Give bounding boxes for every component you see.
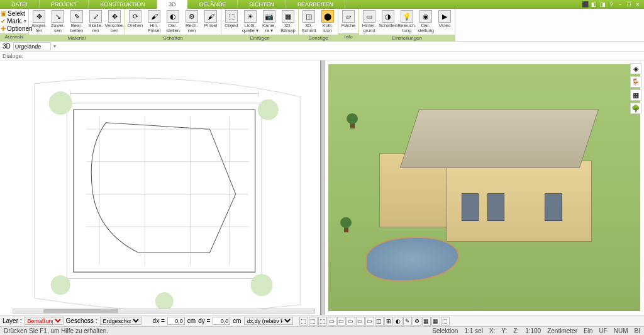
- tool-icon[interactable]: ▭: [356, 317, 365, 326]
- terrain-select[interactable]: [13, 42, 51, 50]
- maximize-icon[interactable]: □: [625, 1, 633, 8]
- dy-input[interactable]: [213, 317, 230, 325]
- ribbon-btn[interactable]: ⬚Objekt: [222, 9, 241, 29]
- 3d-pane[interactable]: ◈ 🪑 ▦ 🌳: [325, 60, 645, 315]
- status-ratio: 1:1 sel: [464, 327, 482, 334]
- plan-pane[interactable]: [0, 60, 321, 315]
- ribbon-btn[interactable]: ⤢Skalie-ren: [86, 9, 105, 34]
- tab-3d[interactable]: 3D: [157, 0, 188, 9]
- layer-select[interactable]: Bemaßung: [25, 317, 64, 325]
- tool-icon[interactable]: ▭: [337, 317, 346, 326]
- svg-rect-1: [74, 110, 255, 272]
- status-x: X:: [489, 327, 495, 334]
- ribbon-btn[interactable]: ◑Schatten: [379, 9, 397, 29]
- dropdown-icon[interactable]: ▾: [53, 43, 56, 49]
- tool-icon[interactable]: ◐: [394, 317, 402, 326]
- tool-icon[interactable]: ▭: [347, 317, 355, 326]
- tool-icon[interactable]: ⬚: [299, 317, 308, 326]
- help-icon[interactable]: ?: [608, 1, 615, 8]
- ribbon-btn[interactable]: ▶Video: [435, 9, 454, 29]
- bottom-toolbar: Layer : Bemaßung Geschoss : Erdgeschos d…: [0, 315, 644, 326]
- ribbon-btn[interactable]: 💡Beleuch-tung: [397, 9, 416, 34]
- coord-mode[interactable]: dx,dy (relativ ka: [244, 317, 293, 325]
- ribbon-btn[interactable]: 📷Kame-ra ▾: [260, 9, 279, 34]
- svg-point-13: [250, 274, 272, 296]
- tab-konstruktion[interactable]: KONSTRUKTION: [89, 0, 157, 9]
- ribbon-label: Beleuch-tung: [397, 23, 416, 33]
- layers-icon[interactable]: ◈: [630, 63, 641, 74]
- svg-point-11: [258, 99, 279, 120]
- tool-icon[interactable]: ⊞: [384, 317, 393, 326]
- tool-icon[interactable]: ◫: [375, 317, 384, 326]
- ribbon-btn[interactable]: ▱Fläche: [339, 9, 358, 29]
- dx-input[interactable]: [167, 317, 185, 325]
- sys-icon[interactable]: ◨: [599, 1, 606, 8]
- scrollbar-horizontal[interactable]: [13, 309, 315, 314]
- ribbon-label: 3D-Bitmap: [280, 23, 295, 33]
- selection-box: ▣Selekt ✔Mark.▾ ✚Optionen: [0, 9, 28, 33]
- ribbon-icon: ◐: [167, 10, 179, 23]
- plants-icon[interactable]: 🌳: [630, 103, 641, 114]
- ribbon-btn[interactable]: ◉Dar-stellung: [416, 9, 435, 34]
- ribbon-label: 3D-Schnitt: [302, 23, 316, 33]
- furniture-icon[interactable]: 🪑: [630, 76, 641, 88]
- ribbon-btn[interactable]: ⚙Rech-nen: [182, 9, 201, 34]
- svg-point-10: [49, 91, 72, 115]
- tab-gelaende[interactable]: GELÄNDE: [187, 0, 238, 9]
- sys-icon[interactable]: ⬛: [581, 1, 589, 8]
- tab-datei[interactable]: DATEI: [0, 0, 40, 9]
- selekt-btn[interactable]: Selekt: [8, 10, 25, 17]
- tool-icon[interactable]: ▦: [431, 317, 440, 326]
- tool-icon[interactable]: ⬚: [441, 317, 450, 326]
- ribbon-label: Verschie-ben: [104, 23, 124, 33]
- materials-icon[interactable]: ▦: [630, 89, 641, 101]
- ribbon-btn[interactable]: ⟳Drehen: [126, 9, 145, 29]
- status-y: Y:: [501, 327, 507, 334]
- tab-sichten[interactable]: SICHTEN: [238, 0, 286, 9]
- status-selection: Selektion: [432, 327, 458, 334]
- ribbon-label: Pinsel: [204, 23, 217, 28]
- geschoss-select[interactable]: Erdgeschos: [100, 317, 142, 325]
- ribbon-label: Fläche: [341, 23, 356, 28]
- tool-icon[interactable]: ⚙: [413, 317, 421, 326]
- tool-icon[interactable]: ✎: [403, 317, 412, 326]
- ribbon-icon: ⬤: [321, 10, 334, 23]
- ribbon-btn[interactable]: ▦3D-Bitmap: [279, 9, 297, 34]
- floor-plan[interactable]: [13, 64, 316, 311]
- ribbon-icon: ▶: [438, 10, 451, 23]
- mode-label: 3D: [3, 43, 11, 50]
- ribbon-btn[interactable]: ✥Verschie-ben: [105, 9, 124, 34]
- tool-icon[interactable]: ▭: [328, 317, 336, 326]
- tool-icon[interactable]: ⬚: [318, 317, 327, 326]
- sub-toolbar: 3D ▾: [0, 42, 644, 52]
- ribbon-btn[interactable]: 🖌Hin.Pinsel: [145, 9, 164, 34]
- minimize-icon[interactable]: −: [616, 1, 624, 8]
- tool-icon[interactable]: ▦: [422, 317, 431, 326]
- 3d-viewport[interactable]: [328, 64, 641, 311]
- mark-btn[interactable]: Mark.: [7, 18, 23, 25]
- ribbon-icon: ◑: [382, 10, 394, 23]
- ribbon-icon: 📷: [263, 10, 275, 23]
- ribbon-btn[interactable]: ✎Bear-beiten: [67, 9, 86, 34]
- ribbon-label: Dar-stellung: [418, 23, 434, 33]
- ribbon-btn[interactable]: ◐Dar-stellen: [164, 9, 182, 34]
- ribbon-btn[interactable]: ☀Licht-quelle ▾: [241, 9, 260, 34]
- tab-bearbeiten[interactable]: BEARBEITEN: [286, 0, 345, 9]
- ribbon-btn[interactable]: ✥Abgrei-fen: [30, 9, 48, 34]
- ribbon-btn[interactable]: ⬤Kolli-sion: [318, 9, 337, 34]
- ribbon-btn[interactable]: ↘Zuwei-sen: [48, 9, 67, 34]
- ribbon-label: Kame-ra ▾: [262, 23, 276, 33]
- close-icon[interactable]: ×: [634, 1, 641, 8]
- unit-label: cm: [233, 317, 241, 324]
- ribbon-label: Schatten: [379, 23, 397, 28]
- sys-icon[interactable]: ◧: [590, 1, 597, 8]
- ribbon-btn[interactable]: ▭Hinter-grund: [360, 9, 379, 34]
- tool-icon[interactable]: ⬚: [309, 317, 318, 326]
- status-z: Z:: [513, 327, 519, 334]
- ribbon-btn[interactable]: 🖌Pinsel: [201, 9, 220, 29]
- group-label: Auswahl: [0, 33, 28, 41]
- ribbon-btn[interactable]: ◫3D-Schnitt: [299, 9, 318, 34]
- tool-icon[interactable]: ▭: [365, 317, 374, 326]
- tab-projekt[interactable]: PROJEKT: [40, 0, 89, 9]
- ribbon-label: Dar-stellen: [166, 23, 180, 33]
